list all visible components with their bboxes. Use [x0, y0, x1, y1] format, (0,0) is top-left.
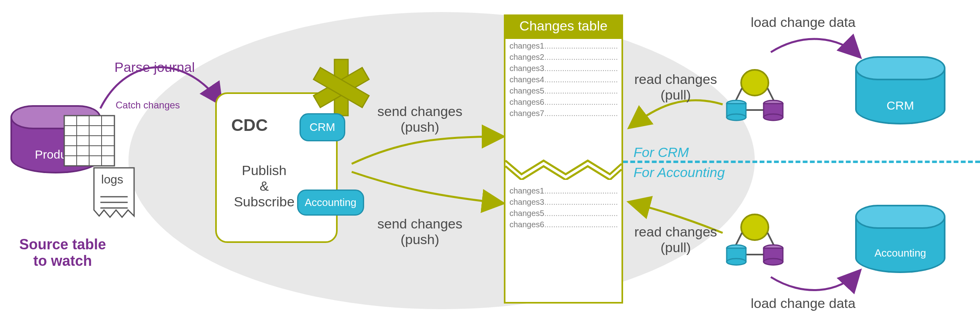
crm-target-db: CRM: [855, 56, 945, 124]
load-top-label: load change data: [751, 14, 856, 30]
accounting-target-db: Accounting: [855, 205, 945, 273]
load-bottom-label: load change data: [751, 296, 856, 311]
load-arrows: [0, 0, 980, 318]
accounting-db-label: Accounting: [855, 247, 945, 259]
diagram-root: Product logs Source table to watch: [0, 0, 980, 318]
crm-db-label: CRM: [855, 99, 945, 112]
